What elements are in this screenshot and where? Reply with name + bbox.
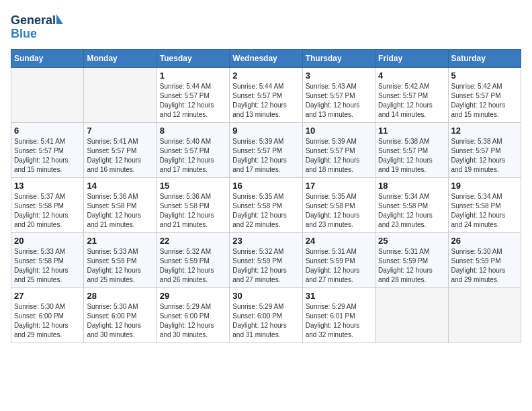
day-detail: Sunrise: 5:29 AM Sunset: 6:00 PM Dayligh… bbox=[232, 302, 299, 340]
calendar-week-4: 20Sunrise: 5:33 AM Sunset: 5:58 PM Dayli… bbox=[11, 233, 521, 288]
day-detail: Sunrise: 5:40 AM Sunset: 5:57 PM Dayligh… bbox=[160, 137, 226, 175]
day-number: 6 bbox=[14, 126, 81, 136]
calendar-week-5: 27Sunrise: 5:30 AM Sunset: 6:00 PM Dayli… bbox=[11, 288, 521, 343]
day-detail: Sunrise: 5:41 AM Sunset: 5:57 PM Dayligh… bbox=[87, 137, 153, 175]
day-number: 7 bbox=[87, 126, 153, 136]
day-number: 3 bbox=[306, 71, 372, 81]
day-number: 8 bbox=[160, 126, 226, 136]
calendar-cell: 1Sunrise: 5:44 AM Sunset: 5:57 PM Daylig… bbox=[157, 68, 229, 123]
day-detail: Sunrise: 5:30 AM Sunset: 6:00 PM Dayligh… bbox=[14, 302, 81, 340]
calendar-cell: 12Sunrise: 5:38 AM Sunset: 5:57 PM Dayli… bbox=[448, 123, 521, 178]
calendar-cell bbox=[448, 288, 521, 343]
weekday-header-saturday: Saturday bbox=[448, 50, 521, 68]
calendar-cell: 3Sunrise: 5:43 AM Sunset: 5:57 PM Daylig… bbox=[302, 68, 375, 123]
calendar-cell: 27Sunrise: 5:30 AM Sunset: 6:00 PM Dayli… bbox=[11, 288, 84, 343]
day-detail: Sunrise: 5:30 AM Sunset: 5:59 PM Dayligh… bbox=[451, 247, 518, 285]
calendar-table: SundayMondayTuesdayWednesdayThursdayFrid… bbox=[11, 49, 521, 343]
day-detail: Sunrise: 5:38 AM Sunset: 5:57 PM Dayligh… bbox=[451, 137, 518, 175]
day-number: 15 bbox=[160, 181, 226, 191]
day-number: 20 bbox=[14, 236, 81, 246]
day-number: 11 bbox=[378, 126, 445, 136]
day-detail: Sunrise: 5:39 AM Sunset: 5:57 PM Dayligh… bbox=[232, 137, 299, 175]
day-detail: Sunrise: 5:42 AM Sunset: 5:57 PM Dayligh… bbox=[451, 82, 518, 120]
weekday-header-thursday: Thursday bbox=[302, 50, 375, 68]
calendar-cell bbox=[375, 288, 448, 343]
calendar-cell: 8Sunrise: 5:40 AM Sunset: 5:57 PM Daylig… bbox=[157, 123, 229, 178]
calendar-cell: 7Sunrise: 5:41 AM Sunset: 5:57 PM Daylig… bbox=[84, 123, 157, 178]
day-number: 24 bbox=[306, 236, 372, 246]
calendar-week-1: 1Sunrise: 5:44 AM Sunset: 5:57 PM Daylig… bbox=[11, 68, 521, 123]
page-header: GeneralBlue bbox=[11, 11, 521, 41]
calendar-header: SundayMondayTuesdayWednesdayThursdayFrid… bbox=[11, 50, 521, 68]
calendar-cell: 5Sunrise: 5:42 AM Sunset: 5:57 PM Daylig… bbox=[448, 68, 521, 123]
day-detail: Sunrise: 5:35 AM Sunset: 5:58 PM Dayligh… bbox=[306, 192, 372, 230]
calendar-cell: 31Sunrise: 5:29 AM Sunset: 6:01 PM Dayli… bbox=[302, 288, 375, 343]
calendar-cell: 16Sunrise: 5:35 AM Sunset: 5:58 PM Dayli… bbox=[230, 178, 302, 233]
weekday-header-monday: Monday bbox=[84, 50, 157, 68]
day-detail: Sunrise: 5:36 AM Sunset: 5:58 PM Dayligh… bbox=[160, 192, 226, 230]
day-number: 12 bbox=[451, 126, 518, 136]
calendar-cell: 19Sunrise: 5:34 AM Sunset: 5:58 PM Dayli… bbox=[448, 178, 521, 233]
calendar-cell bbox=[11, 68, 84, 123]
calendar-cell: 18Sunrise: 5:34 AM Sunset: 5:58 PM Dayli… bbox=[375, 178, 448, 233]
day-detail: Sunrise: 5:31 AM Sunset: 5:59 PM Dayligh… bbox=[378, 247, 445, 285]
calendar-cell: 6Sunrise: 5:41 AM Sunset: 5:57 PM Daylig… bbox=[11, 123, 84, 178]
weekday-header-friday: Friday bbox=[375, 50, 448, 68]
day-detail: Sunrise: 5:43 AM Sunset: 5:57 PM Dayligh… bbox=[306, 82, 372, 120]
day-detail: Sunrise: 5:36 AM Sunset: 5:58 PM Dayligh… bbox=[87, 192, 153, 230]
day-detail: Sunrise: 5:29 AM Sunset: 6:00 PM Dayligh… bbox=[160, 302, 226, 340]
day-number: 1 bbox=[160, 71, 226, 81]
day-number: 2 bbox=[232, 71, 299, 81]
day-number: 9 bbox=[232, 126, 299, 136]
day-number: 31 bbox=[306, 291, 372, 301]
calendar-cell: 2Sunrise: 5:44 AM Sunset: 5:57 PM Daylig… bbox=[230, 68, 302, 123]
day-number: 4 bbox=[378, 71, 445, 81]
calendar-cell: 24Sunrise: 5:31 AM Sunset: 5:59 PM Dayli… bbox=[302, 233, 375, 288]
calendar-cell: 10Sunrise: 5:39 AM Sunset: 5:57 PM Dayli… bbox=[302, 123, 375, 178]
day-number: 18 bbox=[378, 181, 445, 191]
day-detail: Sunrise: 5:34 AM Sunset: 5:58 PM Dayligh… bbox=[378, 192, 445, 230]
day-detail: Sunrise: 5:39 AM Sunset: 5:57 PM Dayligh… bbox=[306, 137, 372, 175]
calendar-cell: 26Sunrise: 5:30 AM Sunset: 5:59 PM Dayli… bbox=[448, 233, 521, 288]
weekday-header-row: SundayMondayTuesdayWednesdayThursdayFrid… bbox=[11, 50, 521, 68]
calendar-cell: 21Sunrise: 5:33 AM Sunset: 5:59 PM Dayli… bbox=[84, 233, 157, 288]
calendar-cell: 22Sunrise: 5:32 AM Sunset: 5:59 PM Dayli… bbox=[157, 233, 229, 288]
day-number: 10 bbox=[306, 126, 372, 136]
day-detail: Sunrise: 5:30 AM Sunset: 6:00 PM Dayligh… bbox=[87, 302, 153, 340]
calendar-cell: 17Sunrise: 5:35 AM Sunset: 5:58 PM Dayli… bbox=[302, 178, 375, 233]
calendar-cell: 11Sunrise: 5:38 AM Sunset: 5:57 PM Dayli… bbox=[375, 123, 448, 178]
weekday-header-sunday: Sunday bbox=[11, 50, 84, 68]
day-number: 14 bbox=[87, 181, 153, 191]
calendar-cell: 9Sunrise: 5:39 AM Sunset: 5:57 PM Daylig… bbox=[230, 123, 302, 178]
calendar-cell: 15Sunrise: 5:36 AM Sunset: 5:58 PM Dayli… bbox=[157, 178, 229, 233]
day-detail: Sunrise: 5:31 AM Sunset: 5:59 PM Dayligh… bbox=[306, 247, 372, 285]
calendar-cell: 30Sunrise: 5:29 AM Sunset: 6:00 PM Dayli… bbox=[230, 288, 302, 343]
weekday-header-tuesday: Tuesday bbox=[157, 50, 229, 68]
calendar-cell: 4Sunrise: 5:42 AM Sunset: 5:57 PM Daylig… bbox=[375, 68, 448, 123]
day-number: 30 bbox=[232, 291, 299, 301]
day-number: 21 bbox=[87, 236, 153, 246]
day-number: 22 bbox=[160, 236, 226, 246]
calendar-body: 1Sunrise: 5:44 AM Sunset: 5:57 PM Daylig… bbox=[11, 68, 521, 343]
day-number: 26 bbox=[451, 236, 518, 246]
calendar-cell: 29Sunrise: 5:29 AM Sunset: 6:00 PM Dayli… bbox=[157, 288, 229, 343]
svg-text:Blue: Blue bbox=[11, 27, 37, 40]
day-detail: Sunrise: 5:33 AM Sunset: 5:59 PM Dayligh… bbox=[87, 247, 153, 285]
svg-marker-2 bbox=[56, 14, 63, 24]
calendar-cell: 20Sunrise: 5:33 AM Sunset: 5:58 PM Dayli… bbox=[11, 233, 84, 288]
calendar-cell: 28Sunrise: 5:30 AM Sunset: 6:00 PM Dayli… bbox=[84, 288, 157, 343]
logo: GeneralBlue bbox=[11, 11, 64, 41]
calendar-week-3: 13Sunrise: 5:37 AM Sunset: 5:58 PM Dayli… bbox=[11, 178, 521, 233]
day-number: 17 bbox=[306, 181, 372, 191]
calendar-cell: 13Sunrise: 5:37 AM Sunset: 5:58 PM Dayli… bbox=[11, 178, 84, 233]
day-detail: Sunrise: 5:44 AM Sunset: 5:57 PM Dayligh… bbox=[232, 82, 299, 120]
day-number: 29 bbox=[160, 291, 226, 301]
calendar-cell: 14Sunrise: 5:36 AM Sunset: 5:58 PM Dayli… bbox=[84, 178, 157, 233]
svg-text:General: General bbox=[11, 13, 56, 27]
day-detail: Sunrise: 5:37 AM Sunset: 5:58 PM Dayligh… bbox=[14, 192, 81, 230]
day-number: 25 bbox=[378, 236, 445, 246]
day-detail: Sunrise: 5:32 AM Sunset: 5:59 PM Dayligh… bbox=[232, 247, 299, 285]
day-detail: Sunrise: 5:33 AM Sunset: 5:58 PM Dayligh… bbox=[14, 247, 81, 285]
calendar-cell: 23Sunrise: 5:32 AM Sunset: 5:59 PM Dayli… bbox=[230, 233, 302, 288]
weekday-header-wednesday: Wednesday bbox=[230, 50, 302, 68]
